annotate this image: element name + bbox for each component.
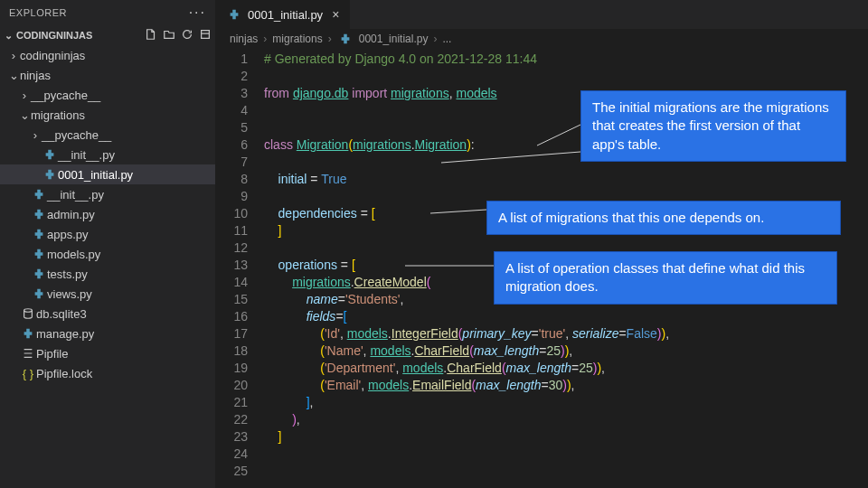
pipfile-icon — [20, 347, 36, 360]
python-file-icon — [42, 148, 58, 161]
editor-area: 0001_initial.py × ninjas› migrations› 00… — [215, 0, 868, 488]
new-file-icon[interactable] — [145, 28, 157, 42]
tree-item-label: __init__.py — [58, 148, 115, 162]
file-item[interactable]: db.sqlite3 — [0, 304, 215, 324]
close-icon[interactable]: × — [332, 7, 339, 22]
file-item[interactable]: admin.py — [0, 204, 215, 224]
file-item[interactable]: Pipfile — [0, 343, 215, 363]
file-item[interactable]: apps.py — [0, 224, 215, 244]
python-file-icon — [226, 8, 242, 21]
python-file-icon — [31, 188, 47, 201]
explorer-sidebar: EXPLORER ··· ⌄ CODINGNINJAS ›codingninja… — [0, 0, 215, 488]
file-item[interactable]: tests.py — [0, 264, 215, 284]
tree-item-label: apps.py — [47, 228, 89, 241]
tab-label: 0001_initial.py — [248, 8, 323, 22]
file-item[interactable]: __init__.py — [0, 145, 215, 164]
database-file-icon — [20, 307, 36, 320]
folder-item[interactable]: ⌄ninjas — [0, 65, 215, 85]
tree-item-label: views.py — [47, 287, 92, 301]
json-file-icon: { } — [20, 367, 36, 380]
annotation-dependencies: A list of migrations that this one depen… — [486, 201, 841, 235]
chevron-right-icon: › — [18, 89, 31, 102]
chevron-right-icon: › — [7, 49, 20, 62]
tree-item-label: __init__.py — [47, 188, 104, 202]
tree-item-label: __pycache__ — [42, 128, 111, 142]
tree-item-label: Pipfile.lock — [36, 367, 92, 380]
tree-item-label: models.py — [47, 248, 100, 261]
folder-item[interactable]: ›__pycache__ — [0, 85, 215, 105]
file-item[interactable]: { }Pipfile.lock — [0, 363, 215, 383]
chevron-right-icon: › — [29, 128, 42, 142]
file-item[interactable]: manage.py — [0, 324, 215, 343]
annotation-operations: A list of operation classes that define … — [494, 251, 837, 305]
file-item[interactable]: models.py — [0, 244, 215, 264]
python-file-icon — [31, 228, 47, 240]
chevron-down-icon: ⌄ — [2, 30, 14, 42]
new-folder-icon[interactable] — [163, 28, 175, 42]
tree-item-label: migrations — [31, 108, 85, 122]
more-icon[interactable]: ··· — [189, 5, 206, 21]
folder-section-header[interactable]: ⌄ CODINGNINJAS — [0, 25, 215, 45]
folder-item[interactable]: ›codingninjas — [0, 45, 215, 65]
folder-item[interactable]: ›__pycache__ — [0, 125, 215, 145]
folder-section-name: CODINGNINJAS — [16, 30, 92, 41]
file-item[interactable]: views.py — [0, 284, 215, 304]
svg-point-0 — [24, 309, 33, 313]
explorer-header: EXPLORER ··· — [0, 0, 215, 25]
annotation-initial: The initial migrations are the migration… — [580, 90, 846, 162]
refresh-icon[interactable] — [181, 28, 193, 42]
tree-item-label: ninjas — [20, 69, 51, 82]
tree-item-label: __pycache__ — [31, 89, 100, 102]
python-file-icon — [337, 33, 354, 45]
tree-item-label: tests.py — [47, 267, 88, 281]
chevron-down-icon: ⌄ — [7, 69, 20, 82]
python-file-icon — [31, 248, 47, 260]
tree-item-label: admin.py — [47, 208, 95, 221]
tree-item-label: 0001_initial.py — [58, 168, 133, 182]
file-item[interactable]: 0001_initial.py — [0, 164, 215, 184]
breadcrumb[interactable]: ninjas› migrations› 0001_initial.py› ... — [215, 29, 868, 49]
tab-bar: 0001_initial.py × — [215, 0, 868, 29]
tree-item-label: db.sqlite3 — [36, 307, 87, 321]
tree-item-label: manage.py — [36, 327, 94, 341]
tree-item-label: Pipfile — [36, 347, 68, 361]
python-file-icon — [31, 267, 47, 280]
python-file-icon — [42, 168, 58, 181]
tree-item-label: codingninjas — [20, 49, 85, 62]
tab-0001-initial[interactable]: 0001_initial.py × — [215, 0, 351, 29]
section-actions — [145, 28, 212, 42]
line-gutter: 1234567891011121314151617181920212223242… — [215, 49, 260, 488]
chevron-down-icon: ⌄ — [18, 108, 31, 122]
file-item[interactable]: __init__.py — [0, 184, 215, 204]
explorer-title: EXPLORER — [9, 7, 67, 18]
collapse-icon[interactable] — [199, 28, 212, 42]
file-tree: ›codingninjas⌄ninjas›__pycache__⌄migrati… — [0, 45, 215, 383]
folder-item[interactable]: ⌄migrations — [0, 105, 215, 125]
python-file-icon — [31, 287, 47, 300]
python-file-icon — [31, 208, 47, 221]
python-file-icon — [20, 327, 36, 340]
